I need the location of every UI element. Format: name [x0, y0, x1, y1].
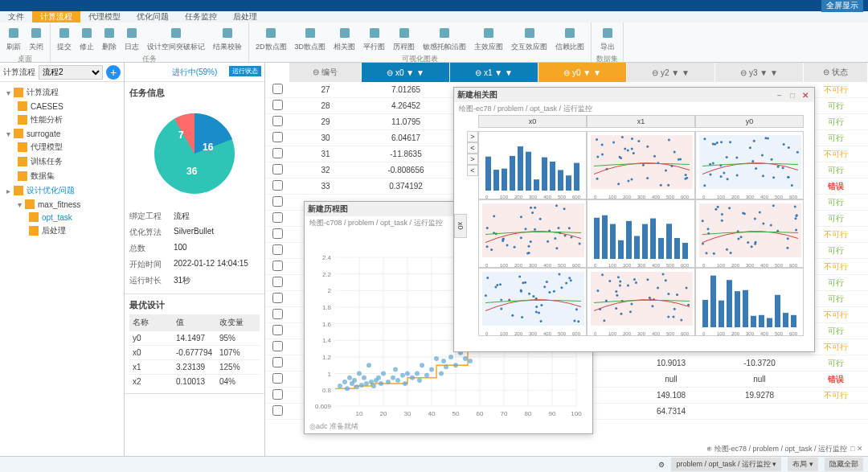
maineffect-icon[interactable]: 主效应图: [473, 24, 505, 54]
tree-node[interactable]: ▾max_fitness: [2, 198, 122, 211]
tree-node[interactable]: 数据集: [2, 169, 122, 183]
gear-icon[interactable]: ⚙: [658, 461, 665, 469]
pareto-icon[interactable]: 敏感托帕沿图: [421, 24, 468, 54]
correlation-icon[interactable]: 相关图: [332, 24, 357, 54]
row-checkbox[interactable]: [272, 309, 283, 319]
close-icon[interactable]: 关闭: [27, 24, 45, 54]
sort-button[interactable]: >: [467, 154, 478, 165]
log-icon[interactable]: 日志: [123, 24, 141, 54]
menu-计算流程[interactable]: 计算流程: [32, 11, 80, 23]
col-chk[interactable]: [265, 63, 289, 82]
check-icon[interactable]: 结果校验: [211, 24, 244, 54]
corr-col-x0[interactable]: x0: [478, 115, 587, 128]
corr-row-x0: x0: [454, 214, 467, 238]
row-checkbox[interactable]: [272, 293, 283, 303]
tree-node[interactable]: CAESES: [2, 100, 122, 113]
close-icon[interactable]: ✕: [800, 89, 811, 101]
confidence-icon[interactable]: 信赖比图: [554, 24, 586, 54]
delete-icon[interactable]: 删除: [100, 24, 118, 54]
menu-文件[interactable]: 文件: [0, 11, 32, 23]
budget-icon[interactable]: 设计空间突破标记: [145, 24, 207, 54]
svg-point-307: [772, 204, 775, 207]
row-checkbox[interactable]: [272, 244, 283, 255]
pin-icon[interactable]: □ ✕: [850, 445, 863, 453]
menu-后处理[interactable]: 后处理: [225, 11, 265, 23]
svg-point-335: [553, 290, 555, 293]
row-checkbox[interactable]: [272, 180, 283, 191]
svg-point-254: [555, 247, 558, 249]
scatter3d-icon[interactable]: 3D散点图: [293, 24, 328, 54]
refresh-icon[interactable]: 刷新: [5, 24, 23, 54]
row-checkbox[interactable]: [272, 196, 283, 207]
path-button[interactable]: problem / opt_task / 运行监控 ▾: [671, 458, 781, 471]
svg-point-340: [543, 285, 546, 288]
sort-button[interactable]: <: [467, 165, 478, 176]
tree-node[interactable]: 后处理: [2, 224, 122, 238]
row-checkbox[interactable]: [272, 212, 283, 223]
svg-point-205: [723, 172, 725, 174]
corr-col-y0[interactable]: y0: [695, 115, 804, 128]
row-checkbox[interactable]: [272, 261, 283, 271]
row-checkbox[interactable]: [272, 100, 283, 110]
svg-point-355: [518, 276, 521, 278]
svg-point-225: [520, 215, 522, 218]
row-checkbox[interactable]: [272, 357, 283, 367]
minimize-icon[interactable]: −: [774, 89, 785, 101]
correlation-dialog[interactable]: 新建相关图 −□✕ 绘图-ec78 / problem / opt_task /…: [453, 87, 815, 352]
row-checkbox[interactable]: [272, 389, 283, 400]
tree-node[interactable]: opt_task: [2, 211, 122, 224]
tree-node[interactable]: 代理模型: [2, 140, 122, 154]
col-x1[interactable]: ⊖ x1 ▼ ▼: [450, 63, 538, 82]
row-checkbox[interactable]: [272, 132, 283, 142]
row-checkbox[interactable]: [272, 148, 283, 158]
maximize-icon[interactable]: □: [787, 89, 798, 101]
svg-point-388: [657, 287, 659, 289]
row-checkbox[interactable]: [272, 405, 283, 416]
col-x0[interactable]: ⊖ x0 ▼ ▼: [362, 63, 450, 82]
play-icon[interactable]: 提交: [55, 24, 73, 54]
svg-rect-2: [59, 28, 69, 38]
menu-优化问题[interactable]: 优化问题: [129, 11, 177, 23]
col-y0[interactable]: ⊖ y0 ▼ ▼: [538, 63, 627, 82]
tree-node[interactable]: 性能分析: [2, 113, 122, 127]
svg-rect-268: [610, 224, 616, 259]
history-icon[interactable]: 历程图: [391, 24, 416, 54]
row-checkbox[interactable]: [272, 341, 283, 351]
col-y3[interactable]: ⊖ y3 ▼ ▼: [715, 63, 804, 82]
svg-point-190: [720, 175, 723, 178]
scatter2d-icon[interactable]: 2D散点图: [254, 24, 289, 54]
export-icon[interactable]: 导出: [599, 24, 616, 54]
menu-任务监控[interactable]: 任务监控: [177, 11, 225, 23]
hideall-button[interactable]: 隐藏全部: [825, 458, 863, 471]
col-st[interactable]: ⊖ 状态: [804, 63, 868, 82]
flow-select[interactable]: 流程2: [39, 65, 103, 80]
parallel-icon[interactable]: 平行图: [362, 24, 387, 54]
row-checkbox[interactable]: [272, 84, 283, 94]
row-checkbox[interactable]: [272, 228, 283, 239]
row-checkbox[interactable]: [272, 277, 283, 287]
layout-button[interactable]: 布局 ▾: [788, 458, 818, 471]
stop-icon[interactable]: 修止: [78, 24, 96, 54]
col-idx[interactable]: ⊖ 编号: [289, 63, 362, 82]
sort-button[interactable]: <: [467, 142, 478, 154]
row-checkbox[interactable]: [272, 325, 283, 335]
tree-node[interactable]: 训练任务: [2, 154, 122, 169]
interaction-icon[interactable]: 交互效应图: [510, 24, 549, 54]
tree-node[interactable]: ▸设计优化问题: [2, 183, 122, 198]
row-checkbox[interactable]: [272, 164, 283, 174]
info-row: 开始时间2022-01-12 14:04:15: [129, 257, 260, 273]
sort-button[interactable]: >: [467, 131, 478, 142]
menu-代理模型[interactable]: 代理模型: [80, 11, 129, 23]
svg-rect-271: [634, 236, 640, 259]
svg-point-86: [417, 378, 422, 383]
best-row: x0-0.677794107%: [129, 345, 260, 359]
col-y2[interactable]: ⊖ y2 ▼ ▼: [627, 63, 715, 82]
fullscreen-button[interactable]: 全屏显示: [821, 0, 863, 12]
row-checkbox[interactable]: [272, 373, 283, 384]
svg-rect-125: [542, 158, 547, 191]
row-checkbox[interactable]: [272, 116, 283, 126]
add-flow-button[interactable]: +: [106, 65, 121, 80]
tree-node[interactable]: ▾surrogate: [2, 127, 122, 140]
tree-node[interactable]: ▾计算流程: [2, 85, 122, 100]
corr-col-x1[interactable]: x1: [587, 115, 695, 128]
